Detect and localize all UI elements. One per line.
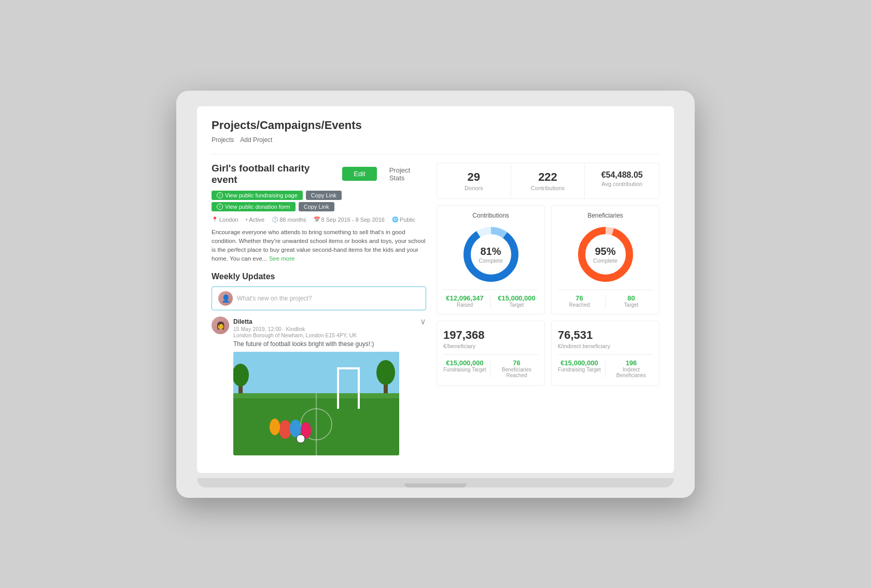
stats-top: 29 Donors 222 Contributions €54,488.05 A… <box>437 163 659 199</box>
info-icon: i <box>217 192 223 198</box>
contributions-donut-center: 81% Complete <box>479 245 503 263</box>
see-more-link[interactable]: See more <box>269 255 295 262</box>
contributions-value: 222 <box>516 170 580 184</box>
indirect-beneficiary-label: €/indirect beneficiary <box>558 343 653 349</box>
contributions-donut: 81% Complete <box>460 223 522 285</box>
update-author: Diletta <box>233 318 252 325</box>
contributions-label: Contributions <box>516 185 580 191</box>
svg-rect-3 <box>337 367 339 409</box>
meta-duration: 🕐 88 months <box>272 217 306 223</box>
divider <box>212 154 659 154</box>
target-label: Target <box>495 302 538 308</box>
beneficiaries-chart: Beneficiaries <box>551 205 659 314</box>
copy-donation-link-button[interactable]: Copy Link <box>299 202 334 211</box>
beneficiaries-complete-label: Complete <box>593 257 617 263</box>
update-location: London Borough of Newham, London E15 4PY… <box>233 332 357 338</box>
svg-point-9 <box>270 419 280 435</box>
laptop-base <box>197 478 674 487</box>
diletta-avatar: 👩 <box>212 317 229 334</box>
beneficiaries-reached-value: 76 <box>495 359 538 367</box>
beneficiaries-donut: 95% Complete <box>574 223 637 285</box>
calendar-icon: 📅 <box>314 217 320 222</box>
beneficiaries-reached-item: 76 Beneficiaries Reached <box>495 359 538 378</box>
contributions-percent: 81% <box>479 245 503 257</box>
indirect-beneficiary-value: 76,531 <box>558 328 653 342</box>
reached-value: 76 <box>558 294 601 302</box>
current-user-avatar: 👤 <box>218 291 233 306</box>
info-icon-2: i <box>217 204 223 210</box>
chart-divider <box>490 294 491 308</box>
beneficiaries-sub: 76 Reached 80 Target <box>558 290 653 308</box>
avg-contribution-stat: €54,488.05 Avg contribution <box>585 163 659 198</box>
donors-stat: 29 Donors <box>437 163 511 198</box>
edit-button[interactable]: Edit <box>342 167 376 181</box>
view-fundraising-page-button[interactable]: i View public fundraising page <box>212 191 303 200</box>
breadcrumb-projects[interactable]: Projects <box>212 136 234 144</box>
target-value: €15,000,000 <box>495 294 538 302</box>
contributions-stat: 222 Contributions <box>511 163 585 198</box>
meta-dates: 📅 8 Sep 2016 - 8 Sep 2016 <box>314 217 385 223</box>
reached-stat: 76 Reached <box>558 294 601 308</box>
raised-value: €12,096,347 <box>443 294 486 302</box>
avg-contribution-value: €54,488.05 <box>590 170 654 180</box>
update-image <box>233 352 399 455</box>
update-text: The future of football looks bright with… <box>233 340 426 348</box>
update-input-area[interactable]: 👤 What's new on the project? <box>212 286 426 310</box>
donors-value: 29 <box>442 170 505 184</box>
indirect-beneficiary-sub: €15,000,000 Fundraising Target 196 Indir… <box>558 354 653 378</box>
chart-divider-2 <box>605 294 606 308</box>
right-panel: 29 Donors 222 Contributions €54,488.05 A… <box>437 163 659 461</box>
update-content: Diletta 15 May 2019, 12:00 · Kindlink Lo… <box>233 317 426 455</box>
svg-point-16 <box>376 360 395 385</box>
avg-contribution-label: Avg contribution <box>590 181 654 187</box>
globe-icon: 🌐 <box>392 217 398 222</box>
link-buttons: i View public fundraising page Copy Link… <box>212 191 426 211</box>
beneficiaries-percent: 95% <box>593 245 617 257</box>
donors-label: Donors <box>442 185 505 191</box>
meta-location: 📍 London <box>212 217 238 223</box>
copy-fundraising-link-button[interactable]: Copy Link <box>306 191 342 200</box>
indirect-beneficiaries-item: 196 Indirect Beneficiaries <box>610 359 653 378</box>
beneficiaries-donut-center: 95% Complete <box>593 245 617 263</box>
fundraising-link-row: i View public fundraising page Copy Link <box>212 191 426 200</box>
update-placeholder: What's new on the project? <box>237 295 312 302</box>
view-donation-form-button[interactable]: i View public donation form <box>212 202 296 211</box>
breadcrumb-add-project[interactable]: Add Project <box>240 136 272 144</box>
location-icon: 📍 <box>212 217 218 222</box>
ben-target-stat: 80 Target <box>610 294 653 308</box>
raised-label: Raised <box>443 302 486 308</box>
ben-target-label: Target <box>610 302 653 308</box>
contributions-sub: €12,096,347 Raised €15,000,000 Target <box>443 290 538 308</box>
project-header: Girl's football charity event Edit Proje… <box>212 163 426 185</box>
clock-icon: 🕐 <box>272 217 278 222</box>
indirect-beneficiaries-value: 196 <box>610 359 653 367</box>
project-stats-label: Project Stats <box>389 166 426 182</box>
svg-rect-0 <box>233 352 399 393</box>
fundraising-target-label: Fundraising Target <box>443 367 486 372</box>
indirect-fundraising-target-value: €15,000,000 <box>558 359 601 367</box>
collapse-icon[interactable]: ∨ <box>420 317 426 326</box>
per-beneficiary-value: 197,368 <box>443 328 538 342</box>
contributions-chart: Contributions <box>437 205 545 314</box>
ben-target-value: 80 <box>610 294 653 302</box>
svg-point-8 <box>279 420 291 439</box>
per-beneficiary-card: 197,368 €/beneficiary €15,000,000 Fundra… <box>437 321 545 386</box>
beneficiaries-chart-title: Beneficiaries <box>558 212 653 219</box>
project-description: Encourage everyone who attends to bring … <box>212 228 426 264</box>
reached-label: Reached <box>558 302 601 308</box>
weekly-updates-title: Weekly Updates <box>212 272 426 281</box>
charts-row: Contributions <box>437 205 659 314</box>
left-panel: Girl's football charity event Edit Proje… <box>212 163 426 461</box>
breadcrumb: Projects Add Project <box>212 136 659 144</box>
target-stat: €15,000,000 Target <box>495 294 538 308</box>
bottom-divider-1 <box>490 359 491 378</box>
status-icon: ▪ <box>246 217 248 222</box>
fundraising-target-item: €15,000,000 Fundraising Target <box>443 359 486 378</box>
project-title: Girl's football charity event <box>212 163 334 185</box>
indirect-fundraising-target-item: €15,000,000 Fundraising Target <box>558 359 601 378</box>
svg-rect-4 <box>358 367 360 409</box>
raised-stat: €12,096,347 Raised <box>443 294 486 308</box>
meta-status: ▪ Active <box>246 217 265 223</box>
bottom-stats: 197,368 €/beneficiary €15,000,000 Fundra… <box>437 321 659 386</box>
per-beneficiary-sub: €15,000,000 Fundraising Target 76 Benefi… <box>443 354 538 378</box>
